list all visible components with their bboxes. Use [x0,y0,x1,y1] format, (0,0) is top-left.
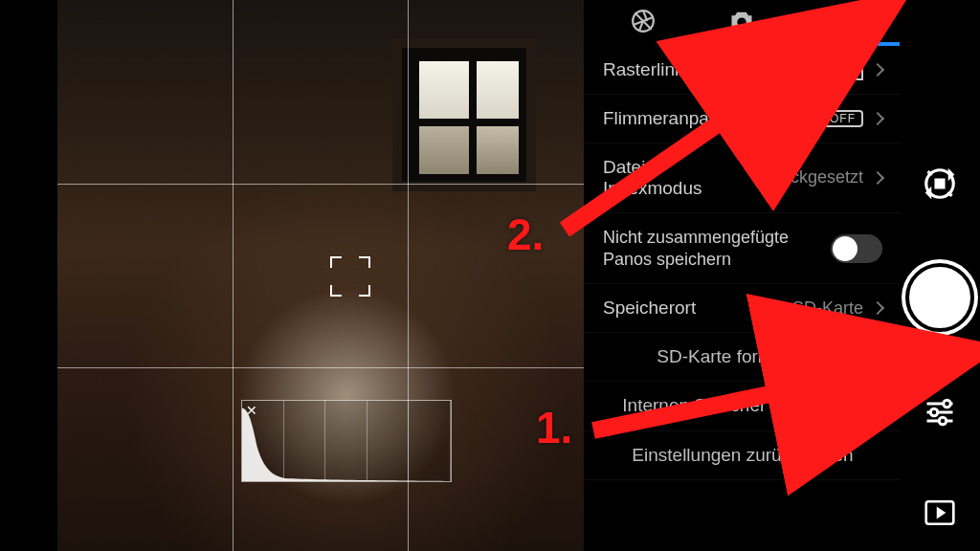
chevron-right-icon [871,301,884,315]
gear-icon [828,9,853,33]
annotation-number-1: 1. [536,402,572,453]
tab-settings[interactable] [791,0,890,42]
playback-icon [924,500,955,525]
focus-bracket [330,256,370,297]
svg-point-10 [939,417,947,425]
row-label: Speicherort [603,298,792,319]
scene-window [392,38,536,191]
row-format-internal[interactable]: Internen Speicher formatieren [584,382,900,431]
adjust-sliders-button[interactable] [919,391,961,433]
histogram-overlay[interactable]: ✕ [241,400,452,482]
chevron-right-icon [871,171,884,185]
svg-marker-12 [937,508,945,518]
row-label: SD-Karte formatieren [657,346,829,367]
row-index-mode[interactable]: Datei-Indexmodus Zurückgesetzt [584,143,900,213]
toggle-off[interactable] [831,234,882,263]
row-flicker[interactable]: Flimmeranpassung OFF [584,95,900,143]
row-label: Internen Speicher formatieren [622,395,862,417]
camera-control-strip [900,0,980,551]
svg-point-9 [930,408,938,416]
svg-point-1 [737,18,746,27]
row-label: Einstellungen zurücksetzen [632,445,853,466]
off-badge: OFF [822,110,863,127]
camera-icon [728,10,755,33]
sliders-icon [923,395,957,430]
row-format-sd[interactable]: SD-Karte formatieren [584,333,900,382]
row-label: Flimmeranpassung [603,108,822,129]
camera-viewfinder[interactable]: ✕ [57,0,584,551]
row-value: SD-Karte [792,298,863,319]
row-label: Nicht zusammengefügte Panos speichern [603,227,831,270]
grid-icon [831,59,863,80]
switch-mode-icon [922,165,958,202]
shutter-button[interactable] [905,263,974,332]
row-unstitched-panos[interactable]: Nicht zusammengefügte Panos speichern [584,213,900,284]
active-tab-indicator [794,42,900,46]
tab-camera[interactable] [692,0,791,42]
chevron-right-icon [871,112,884,125]
row-gridlines[interactable]: Rasterlinien [584,46,900,95]
chevron-right-icon [871,63,884,77]
row-reset-settings[interactable]: Einstellungen zurücksetzen [584,431,900,480]
annotation-number-2: 2. [507,209,544,260]
tab-aperture[interactable] [593,0,692,42]
row-value: Zurückgesetzt [755,168,863,187]
settings-panel: Rasterlinien Flimmeranpassung OFF Datei-… [584,0,900,551]
playback-button[interactable] [919,492,961,534]
row-label: Datei-Indexmodus [603,157,755,199]
row-storage-location[interactable]: Speicherort SD-Karte [584,284,900,333]
row-label: Rasterlinien [603,59,831,80]
aperture-icon [631,9,656,33]
switch-mode-button[interactable] [919,163,961,205]
svg-point-8 [944,400,951,408]
